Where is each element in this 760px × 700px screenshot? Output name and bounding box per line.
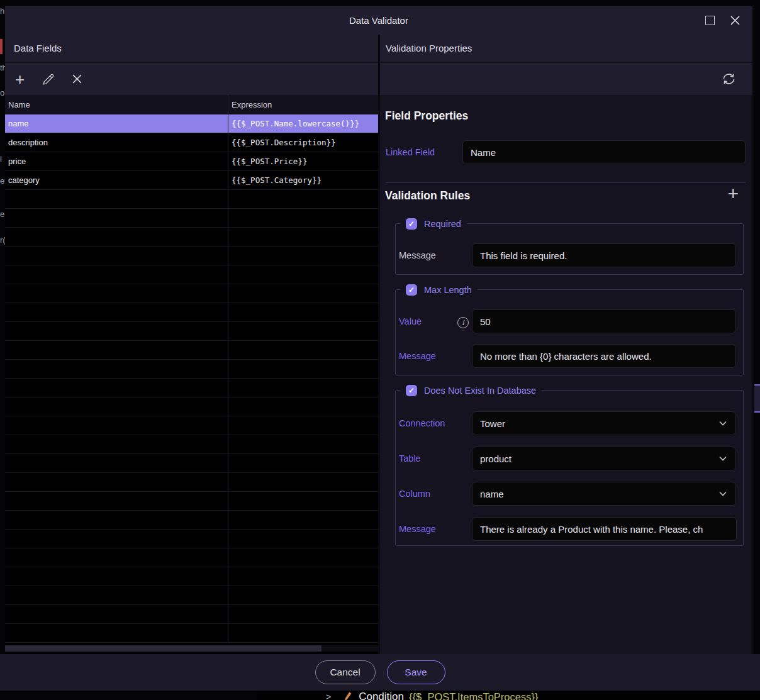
condition-label: Condition [359,691,404,700]
max-length-checkbox checkbox-checked-icon[interactable]: ✓ [406,284,417,296]
max-length-message-label: Message [399,351,436,361]
cell-name [5,190,228,208]
table-row-empty[interactable] [5,511,378,530]
table-label: Table [399,453,421,464]
table-row[interactable]: name{{$_POST.Name.lowercase()}} [5,114,378,133]
chevron-down-icon [719,456,727,461]
cancel-button[interactable]: Cancel [315,660,376,684]
table-row-empty[interactable] [5,624,378,643]
table-row-empty[interactable] [5,360,378,379]
table-row-empty[interactable] [5,492,378,511]
table-row-empty[interactable] [5,530,378,548]
cell-name [5,624,228,642]
info-icon[interactable]: i [457,317,469,328]
cell-name [5,209,228,227]
cell-name [5,605,228,623]
cell-expression [228,548,378,567]
table-row-empty[interactable] [5,397,378,416]
cell-expression [228,322,378,340]
cell-name [5,322,228,340]
cell-expression [228,379,378,397]
required-message-label: Message [399,250,436,260]
background-red-fragment [0,39,3,54]
table-row-empty[interactable] [5,303,378,322]
maximize-icon[interactable] [705,16,715,25]
add-field-button plus-icon[interactable]: + [15,73,25,86]
scrollbar-thumb[interactable] [5,645,321,652]
table-select[interactable]: product [472,447,736,470]
cell-expression: {{$_POST.Price}} [228,152,378,170]
cell-name [5,473,228,491]
edit-field-button pencil-icon[interactable] [42,72,55,86]
table-row-empty[interactable] [5,284,378,303]
section-divider [386,182,746,183]
cell-expression [228,284,378,303]
table-row-empty[interactable] [5,435,378,454]
table-row-empty[interactable] [5,247,378,265]
cell-expression [228,473,378,491]
refresh-icon[interactable] [722,72,736,86]
delete-field-button x-icon[interactable] [72,74,82,84]
save-button[interactable]: Save [387,660,445,684]
bg-text-fragment: h [0,6,4,16]
linked-field-label: Linked Field [386,147,435,157]
does-not-exist-message-input[interactable] [472,517,737,541]
table-row-empty[interactable] [5,586,378,605]
does-not-exist-checkbox checkbox-checked-icon[interactable]: ✓ [406,385,417,396]
cell-name [5,303,228,321]
cell-expression [228,416,378,435]
column-header-expression[interactable]: Expression [228,95,378,114]
connection-select[interactable]: Tower [472,411,736,435]
cell-name [5,548,228,567]
required-checkbox checkbox-checked-icon[interactable]: ✓ [406,218,417,230]
cell-name [5,341,228,359]
cell-name [5,435,228,453]
table-row-empty[interactable] [5,605,378,624]
close-icon[interactable] [730,16,740,25]
max-length-value-input[interactable] [472,309,736,333]
table-row-empty[interactable] [5,379,378,397]
max-length-message-input[interactable] [472,344,736,368]
table-row[interactable]: description{{$_POST.Description}} [5,133,378,152]
horizontal-scrollbar[interactable] [5,645,378,652]
cell-name: price [5,152,228,170]
screen: htho'ieter( > Condition {{$_POST.ItemsTo… [0,0,760,700]
table-row-empty[interactable] [5,190,378,209]
does-not-exist-label: Does Not Exist In Database [424,386,536,396]
table-row-empty[interactable] [5,322,378,341]
table-row-empty[interactable] [5,341,378,360]
bg-text-fragment: i [0,154,2,164]
chevron-down-icon [719,421,727,426]
required-message-input[interactable] [472,243,736,267]
table-row[interactable]: category{{$_POST.Category}} [5,171,378,190]
table-row-empty[interactable] [5,473,378,492]
table-row-empty[interactable] [5,416,378,435]
table-row-empty[interactable] [5,209,378,228]
table-row-empty[interactable] [5,567,378,586]
cell-name: name [5,114,228,133]
table-row[interactable]: price{{$_POST.Price}} [5,152,378,171]
column-header-name[interactable]: Name [5,95,228,114]
field-properties-heading: Field Properties [385,109,468,123]
cell-expression: {{$_POST.Category}} [228,171,378,189]
add-rule-button plus-icon[interactable]: + [727,186,739,202]
cell-expression [228,303,378,321]
linked-field-input[interactable] [462,140,746,164]
fields-table: Name Expression name{{$_POST.Name.lowerc… [5,95,378,654]
chevron-right-icon: > [326,691,331,700]
cell-expression [228,190,378,208]
rule-required: ✓ Required Message [395,223,744,275]
background-highlighted-item-edge [754,384,760,413]
fields-table-body: name{{$_POST.Name.lowercase()}}descripti… [5,114,378,643]
cell-expression [228,586,378,604]
cell-expression [228,454,378,472]
column-select[interactable]: name [472,482,736,506]
dialog-titlebar: Data Validator [5,6,752,35]
table-row-empty[interactable] [5,265,378,284]
data-fields-panel: Data Fields + Name Expression name{ [5,35,378,654]
cell-expression [228,341,378,359]
table-row-empty[interactable] [5,548,378,567]
table-row-empty[interactable] [5,454,378,473]
table-row-empty[interactable] [5,228,378,247]
validation-properties-panel: Validation Properties Field Properties L… [380,35,752,654]
